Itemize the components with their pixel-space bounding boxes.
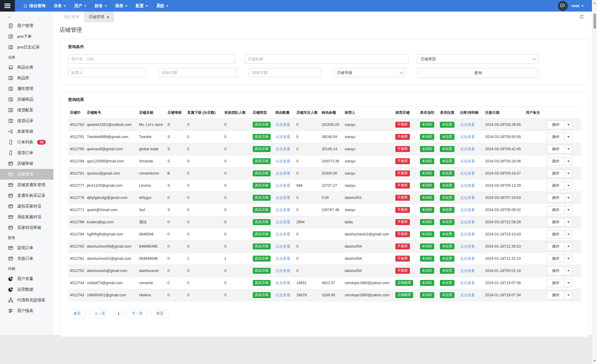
action-button[interactable]: 操作 — [547, 133, 565, 141]
action-button[interactable]: 操作 — [547, 181, 565, 190]
sidebar-item[interactable]: 商品库 — [0, 73, 53, 83]
nav-item-5[interactable]: 配置 — [132, 0, 152, 12]
action-button[interactable]: 操作 — [547, 242, 565, 251]
view-goods-link[interactable]: 点击查看 — [275, 196, 290, 200]
action-dropdown-button[interactable] — [565, 181, 572, 190]
view-visitors-link[interactable]: 点击查看 — [460, 232, 475, 236]
shop-name-input[interactable] — [244, 54, 408, 64]
scrollbar[interactable] — [592, 0, 597, 364]
close-tab-icon[interactable]: × — [107, 15, 109, 19]
view-visitors-link[interactable]: 点击查看 — [460, 135, 475, 139]
tab-0[interactable]: 综合查询 — [59, 12, 84, 22]
sidebar-item[interactable]: 系统客服对话 — [0, 212, 53, 222]
view-goods-link[interactable]: 点击查看 — [275, 244, 290, 249]
view-goods-link[interactable]: 点击查看 — [275, 257, 290, 261]
view-visitors-link[interactable]: 点击查看 — [460, 183, 475, 188]
view-goods-link[interactable]: 点击查看 — [275, 147, 290, 151]
view-visitors-link[interactable]: 点击查看 — [460, 196, 475, 200]
sidebar-item[interactable]: pos下单 — [0, 31, 53, 42]
refresh-button[interactable] — [579, 14, 584, 19]
sidebar-item[interactable]: 订单列表70 — [0, 137, 53, 148]
action-button[interactable]: 操作 — [547, 169, 565, 178]
view-goods-link[interactable]: 点击查看 — [275, 208, 290, 212]
sidebar-item[interactable]: 店铺直通车管理 — [0, 180, 53, 190]
sidebar-item[interactable]: 用户报表 — [0, 306, 53, 316]
view-visitors-link[interactable]: 点击查看 — [460, 147, 475, 151]
view-visitors-link[interactable]: 点击查看 — [460, 123, 475, 127]
action-button[interactable]: 操作 — [547, 230, 565, 239]
action-dropdown-button[interactable] — [565, 133, 572, 141]
action-dropdown-button[interactable] — [565, 121, 572, 129]
view-goods-link[interactable]: 点击查看 — [275, 171, 290, 175]
view-visitors-link[interactable]: 点击查看 — [460, 244, 475, 249]
view-visitors-link[interactable]: 点击查看 — [460, 159, 475, 163]
shop-type-select[interactable]: 店铺类型 — [417, 54, 538, 64]
sidebar-item[interactable]: 用户存量 — [0, 273, 53, 284]
view-visitors-link[interactable]: 点击查看 — [460, 257, 475, 261]
sidebar-item[interactable]: 店铺审核 — [0, 158, 53, 169]
action-dropdown-button[interactable] — [565, 267, 572, 275]
nav-item-4[interactable]: 报表 — [111, 0, 132, 12]
nav-item-1[interactable]: 业务 — [50, 0, 70, 12]
action-dropdown-button[interactable] — [565, 145, 572, 153]
username-input[interactable] — [68, 54, 236, 64]
action-dropdown-button[interactable] — [565, 194, 572, 202]
tab-1[interactable]: 店铺管理× — [84, 12, 114, 22]
action-dropdown-button[interactable] — [565, 169, 572, 178]
action-dropdown-button[interactable] — [565, 157, 572, 166]
scroll-up-icon[interactable] — [593, 2, 596, 4]
view-goods-link[interactable]: 点击查看 — [275, 220, 290, 224]
end-date-input[interactable] — [249, 68, 321, 77]
view-visitors-link[interactable]: 点击查看 — [460, 220, 475, 224]
referrer-input[interactable] — [68, 68, 146, 77]
sidebar-item[interactable]: 充值订单 — [0, 253, 53, 264]
action-dropdown-button[interactable] — [565, 218, 572, 227]
action-dropdown-button[interactable] — [565, 206, 572, 214]
view-visitors-link[interactable]: 点击查看 — [460, 293, 475, 297]
shop-level-select[interactable]: 店铺等级 — [334, 68, 405, 77]
action-button[interactable]: 操作 — [547, 279, 565, 287]
search-button[interactable]: 查询 — [418, 68, 538, 78]
scrollbar-thumb[interactable] — [593, 13, 596, 29]
scroll-down-icon[interactable] — [593, 360, 596, 362]
nav-item-2[interactable]: 用户 — [70, 0, 91, 12]
action-button[interactable]: 操作 — [547, 157, 565, 166]
user-menu[interactable]: root — [571, 4, 584, 8]
nav-item-3[interactable]: 财务 — [91, 0, 111, 12]
action-button[interactable]: 操作 — [547, 291, 565, 300]
pagination-button-3[interactable]: 下一页 — [126, 309, 148, 318]
action-dropdown-button[interactable] — [565, 230, 572, 239]
messages-button[interactable] — [558, 1, 568, 11]
sidebar-item[interactable]: 虚拟买家对话 — [0, 201, 53, 212]
action-dropdown-button[interactable] — [565, 254, 572, 263]
menu-toggle-button[interactable] — [0, 0, 15, 12]
view-goods-link[interactable]: 点击查看 — [275, 293, 290, 297]
sidebar-item[interactable]: 借贷配置 — [0, 105, 53, 115]
view-visitors-link[interactable]: 点击查看 — [460, 208, 475, 212]
pagination-button-0[interactable]: 首页 — [68, 309, 86, 318]
action-button[interactable]: 操作 — [547, 206, 565, 214]
sidebar-item[interactable]: 退货订单 — [0, 148, 53, 158]
action-button[interactable]: 操作 — [547, 145, 565, 153]
nav-item-6[interactable]: 系统 — [152, 0, 173, 12]
action-button[interactable]: 操作 — [547, 254, 565, 263]
sidebar-item[interactable]: 运营数据 — [0, 284, 53, 295]
action-dropdown-button[interactable] — [565, 242, 572, 251]
pagination-button-1[interactable]: 上一页 — [89, 309, 111, 318]
view-goods-link[interactable]: 点击查看 — [275, 183, 290, 188]
sidebar-item[interactable]: 代理商充提报表 — [0, 295, 53, 306]
view-goods-link[interactable]: 点击查看 — [275, 135, 290, 139]
action-button[interactable]: 操作 — [547, 194, 565, 202]
nav-item-0[interactable]: 综合查询 — [19, 0, 50, 12]
action-dropdown-button[interactable] — [565, 279, 572, 287]
action-dropdown-button[interactable] — [565, 291, 572, 300]
action-button[interactable]: 操作 — [547, 267, 565, 275]
start-date-input[interactable] — [158, 68, 236, 77]
view-goods-link[interactable]: 点击查看 — [275, 123, 290, 127]
sidebar-item[interactable]: 属性管理 — [0, 83, 53, 94]
sidebar-item[interactable]: 商品分类 — [0, 62, 53, 73]
sidebar-item[interactable]: 卖家等级 — [0, 126, 53, 137]
sidebar-item[interactable]: 买家对话审核 — [0, 222, 53, 233]
sidebar-item[interactable]: 直通车购买记录 — [0, 190, 53, 201]
sidebar-item[interactable]: 店铺管理 — [0, 169, 53, 180]
